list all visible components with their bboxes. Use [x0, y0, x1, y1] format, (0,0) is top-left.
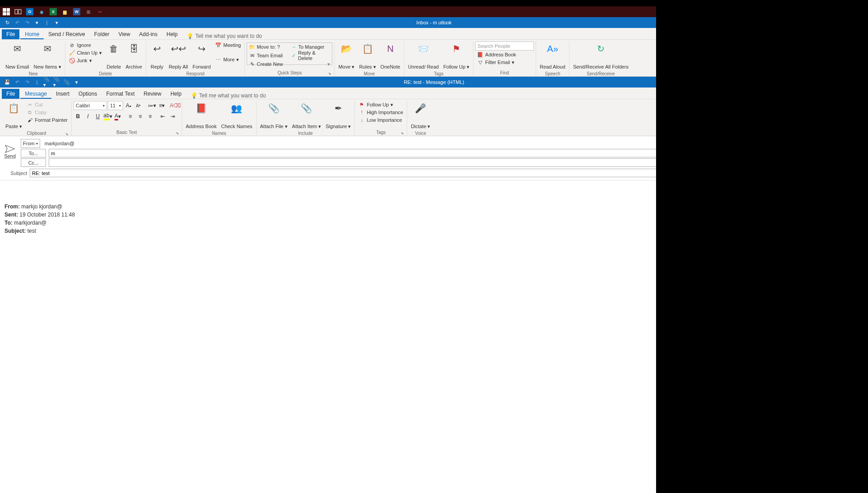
tab-addins[interactable]: Add-ins	[135, 29, 162, 39]
tellme-search[interactable]: 💡 Tell me what you want to do	[187, 33, 262, 39]
qat-custom2[interactable]: ▾	[73, 78, 80, 86]
followup-button[interactable]: ⚑Follow Up ▾	[441, 41, 471, 70]
font-color-button[interactable]: A▾	[113, 112, 122, 121]
meeting-button[interactable]: 📅Meeting	[213, 41, 243, 49]
attach-item-button[interactable]: 📎Attach Item ▾	[290, 101, 323, 130]
send-button[interactable]: Send	[2, 139, 18, 164]
font-size-select[interactable]: 11▾	[108, 101, 123, 110]
tab-folder[interactable]: Folder	[90, 29, 114, 39]
msg-tab-message[interactable]: Message	[20, 89, 51, 99]
shrink-font-button[interactable]: A▾	[134, 101, 143, 110]
undo-icon[interactable]: ↶	[14, 19, 21, 26]
check-names-button[interactable]: 👥Check Names	[219, 101, 254, 130]
ignore-button[interactable]: ⊘Ignore	[67, 41, 104, 49]
high-importance-button[interactable]: !High Importance	[357, 109, 405, 116]
search-people-input[interactable]: Search People	[475, 41, 534, 51]
tab-sendreceive[interactable]: Send / Receive	[44, 29, 89, 39]
outlook-icon[interactable]: O	[26, 8, 33, 15]
align-left-button[interactable]: ≡	[126, 112, 135, 121]
paste-button[interactable]: 📋Paste ▾	[4, 101, 24, 130]
qs-launcher-icon[interactable]: ⬊	[328, 72, 331, 76]
tab-home[interactable]: Home	[20, 29, 44, 39]
junk-button[interactable]: 🚫Junk ▾	[67, 57, 104, 64]
cut-button[interactable]: ✂Cut	[25, 101, 69, 108]
cc-button[interactable]: Cc...	[21, 158, 46, 167]
attach2-qat-icon[interactable]: 📎▾	[53, 78, 60, 86]
font-launcher-icon[interactable]: ⬊	[176, 131, 179, 135]
rules-button[interactable]: 📋Rules ▾	[357, 41, 377, 70]
tab-view[interactable]: View	[114, 29, 135, 39]
bold-button[interactable]: B	[73, 112, 83, 121]
quicksteps-gallery[interactable]: 📁Move to: ? →To Manager ✉Team Email ✓Rep…	[247, 42, 332, 65]
bullets-button[interactable]: ≔▾	[147, 101, 156, 110]
more-respond-button[interactable]: ⋯More ▾	[213, 56, 243, 63]
cleanup-button[interactable]: 🧹Clean Up ▾	[67, 49, 104, 56]
reply-all-button[interactable]: ↩↩Reply All	[167, 41, 190, 70]
redo-msg-icon[interactable]: ↷	[23, 78, 31, 86]
save-icon[interactable]: 💾	[4, 78, 11, 86]
qat-btn[interactable]: ↷	[23, 19, 31, 26]
clip-launcher-icon[interactable]: ⬊	[65, 132, 69, 136]
explorer-icon[interactable]: ▆	[61, 8, 69, 15]
qs-moveto[interactable]: 📁Move to: ?	[248, 44, 289, 50]
qs-tomanager[interactable]: →To Manager	[289, 44, 331, 50]
onenote-button[interactable]: NOneNote	[379, 41, 402, 70]
sync-icon[interactable]: ↻	[4, 19, 11, 26]
align-center-button[interactable]: ≡	[136, 112, 145, 121]
qs-team[interactable]: ✉Team Email	[248, 50, 289, 61]
to-button[interactable]: To...	[21, 149, 46, 157]
align-right-button[interactable]: ≡	[146, 112, 155, 121]
format-painter-button[interactable]: 🖌Format Painter	[25, 116, 69, 124]
filter-email-button[interactable]: ▽Filter Email ▾	[475, 59, 534, 66]
signature-button[interactable]: ✒Signature ▾	[324, 101, 353, 130]
attach-qat-icon[interactable]: 📎▾	[43, 78, 51, 86]
reply-button[interactable]: ↩Reply	[148, 41, 166, 70]
tab-help[interactable]: Help	[162, 29, 182, 39]
qs-expand[interactable]: ▾	[289, 61, 331, 67]
edge-icon[interactable]: ◉	[38, 8, 45, 15]
clear-fmt-button[interactable]: A⌫	[171, 101, 180, 110]
read-aloud-button[interactable]: A»Read Aloud	[538, 41, 567, 70]
new-email-button[interactable]: ✉New Email	[4, 41, 31, 70]
word-icon[interactable]: W	[73, 8, 80, 15]
msg-tab-insert[interactable]: Insert	[51, 89, 74, 99]
from-dropdown[interactable]: From ▾	[21, 139, 40, 148]
start-icon[interactable]	[3, 8, 10, 15]
msg-tab-review[interactable]: Review	[139, 89, 166, 99]
msg-tellme[interactable]: 💡 Tell me what you want to do	[191, 92, 266, 99]
sendreceive-all-button[interactable]: ↻Send/Receive All Folders	[571, 41, 630, 70]
numbers-button[interactable]: ≡▾	[157, 101, 166, 110]
msg-tab-options[interactable]: Options	[74, 89, 101, 99]
msg-tab-format[interactable]: Format Text	[101, 89, 139, 99]
delete-button[interactable]: 🗑Delete	[105, 41, 123, 70]
outdent-button[interactable]: ⇤	[158, 112, 167, 121]
qat-more[interactable]: ▾	[33, 19, 41, 26]
tags-launcher-icon[interactable]: ⬊	[401, 131, 404, 135]
unread-button[interactable]: 📨Unread/ Read	[406, 41, 441, 70]
tab-file[interactable]: File	[2, 29, 19, 39]
qs-create[interactable]: ✎Create New	[248, 61, 289, 67]
font-name-select[interactable]: Calibri▾	[73, 101, 107, 110]
msg-tab-help[interactable]: Help	[166, 89, 186, 99]
msg-tab-file[interactable]: File	[2, 89, 19, 99]
excel-icon[interactable]: X	[50, 8, 57, 15]
highlight-button[interactable]: ab▾	[103, 112, 112, 121]
calc-icon[interactable]: ⊞	[85, 8, 92, 15]
qs-replydel[interactable]: ✓Reply & Delete	[289, 50, 331, 61]
taskview-icon[interactable]	[14, 8, 22, 15]
grow-font-button[interactable]: A▴	[124, 101, 133, 110]
addressbook-button[interactable]: 📕Address Book	[475, 51, 534, 58]
followup-msg-button[interactable]: ⚑Follow Up ▾	[357, 101, 405, 108]
attach-file-button[interactable]: 📎Attach File ▾	[258, 101, 289, 130]
address-book-button[interactable]: 📕Address Book	[184, 101, 218, 130]
forward-button[interactable]: ↪Forward	[191, 41, 212, 70]
qat-customize[interactable]: ▾	[53, 19, 60, 26]
dictate-button[interactable]: 🎤Dictate ▾	[409, 101, 432, 130]
new-items-button[interactable]: ✉New Items ▾	[32, 41, 63, 70]
copy-button[interactable]: ⧉Copy	[25, 109, 69, 116]
underline-button[interactable]: U	[93, 112, 102, 121]
undo-msg-icon[interactable]: ↶	[14, 78, 21, 86]
attach3-qat-icon[interactable]: 📎	[63, 78, 70, 86]
low-importance-button[interactable]: ↓Low Importance	[357, 116, 405, 124]
italic-button[interactable]: I	[83, 112, 92, 121]
